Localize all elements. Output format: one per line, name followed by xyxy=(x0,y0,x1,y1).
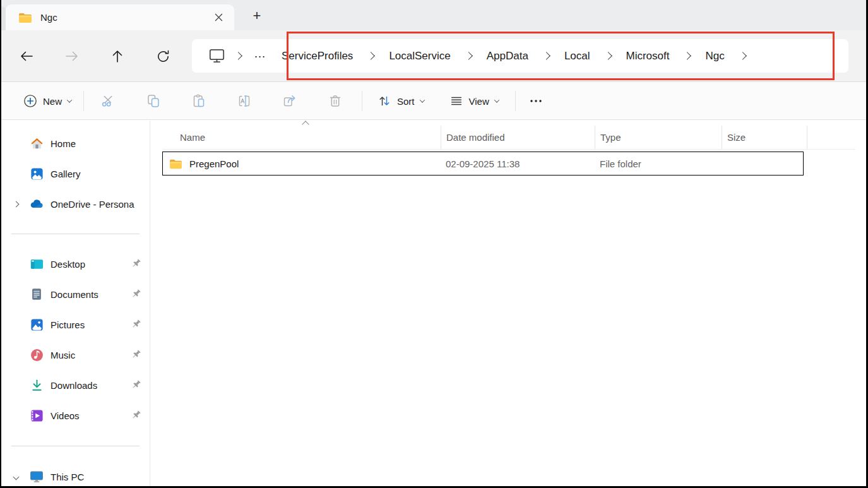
sidebar-divider xyxy=(11,446,140,446)
sidebar-item-label: Gallery xyxy=(51,169,81,179)
chevron-down-icon xyxy=(494,97,499,102)
downloads-icon xyxy=(29,378,44,393)
rename-button[interactable] xyxy=(232,88,257,114)
navigation-pane: Home Gallery OneD xyxy=(1,121,150,486)
pictures-icon xyxy=(29,317,44,332)
sidebar-item-onedrive[interactable]: OneDrive - Persona xyxy=(4,189,147,219)
tab-ngc[interactable]: Ngc xyxy=(6,4,234,30)
trash-icon xyxy=(328,93,343,109)
this-pc-monitor-icon[interactable] xyxy=(208,48,225,64)
chevron-down-icon[interactable] xyxy=(13,473,20,480)
sidebar-item-label: OneDrive - Persona xyxy=(51,199,134,210)
breadcrumb-separator-icon[interactable] xyxy=(465,52,473,60)
paste-button[interactable] xyxy=(186,88,211,114)
copy-button[interactable] xyxy=(141,88,166,114)
up-button[interactable] xyxy=(104,44,131,69)
breadcrumb-local[interactable]: Local xyxy=(556,45,599,68)
pin-icon xyxy=(130,379,142,391)
file-row-pregenpool[interactable]: PregenPool 02-09-2025 11:38 File folder xyxy=(162,152,804,176)
more-options-button[interactable] xyxy=(523,88,549,114)
breadcrumb-overflow-button[interactable]: … xyxy=(247,47,273,66)
breadcrumb-separator-icon[interactable] xyxy=(367,52,376,60)
arrow-right-icon xyxy=(64,49,80,64)
breadcrumb-ngc[interactable]: Ngc xyxy=(696,45,733,68)
sidebar-item-desktop[interactable]: Desktop xyxy=(4,249,147,279)
back-button[interactable] xyxy=(13,44,40,69)
delete-button[interactable] xyxy=(323,88,348,114)
this-pc-icon xyxy=(29,469,44,484)
sidebar-item-home[interactable]: Home xyxy=(4,128,147,158)
sort-ascending-caret-icon xyxy=(302,121,309,128)
pin-icon xyxy=(130,288,142,300)
breadcrumb-localservice[interactable]: LocalService xyxy=(380,45,459,68)
sidebar-item-label: Pictures xyxy=(51,319,85,330)
arrow-up-icon xyxy=(110,49,125,64)
onedrive-cloud-icon xyxy=(29,196,44,211)
sidebar-item-videos[interactable]: Videos xyxy=(4,400,147,431)
sidebar-item-music[interactable]: Music xyxy=(4,340,147,370)
tab-bar: Ngc + xyxy=(1,0,866,30)
cut-button[interactable] xyxy=(95,88,121,114)
file-type: File folder xyxy=(595,158,722,169)
sidebar-item-documents[interactable]: Documents xyxy=(4,279,147,309)
column-header-filler xyxy=(807,126,855,149)
breadcrumb-separator-icon[interactable] xyxy=(684,52,692,60)
column-header-size[interactable]: Size xyxy=(722,126,807,149)
sort-button-label: Sort xyxy=(397,96,415,107)
folder-icon xyxy=(169,158,182,169)
documents-icon xyxy=(29,287,44,302)
view-button-label: View xyxy=(469,96,489,107)
view-button[interactable]: View xyxy=(443,90,505,112)
clipboard-icon xyxy=(191,93,206,109)
desktop-icon xyxy=(29,256,44,271)
content-area: Home Gallery OneD xyxy=(1,121,866,486)
sidebar-item-label: Videos xyxy=(51,410,80,421)
home-icon xyxy=(29,136,44,151)
column-header-name[interactable]: Name xyxy=(163,126,441,149)
forward-button[interactable] xyxy=(58,44,86,69)
sidebar-item-this-pc[interactable]: This PC xyxy=(4,461,147,486)
new-button[interactable]: New xyxy=(16,90,78,112)
chevron-down-icon xyxy=(419,97,424,102)
sidebar-item-label: Desktop xyxy=(51,259,85,270)
chevron-right-icon[interactable] xyxy=(13,201,20,207)
toolbar-divider xyxy=(515,91,516,111)
copy-icon xyxy=(146,93,161,109)
pin-icon xyxy=(130,318,142,330)
file-date-modified: 02-09-2025 11:38 xyxy=(441,158,595,169)
new-tab-button[interactable]: + xyxy=(246,6,268,25)
share-button[interactable] xyxy=(277,88,302,114)
sidebar-item-label: Documents xyxy=(51,289,98,300)
file-name: PregenPool xyxy=(189,158,239,169)
breadcrumb-separator-icon[interactable] xyxy=(739,52,747,60)
pin-icon xyxy=(130,348,142,360)
view-list-icon xyxy=(449,94,463,108)
address-bar[interactable]: … ServiceProfiles LocalService AppData L… xyxy=(192,39,848,73)
column-header-type[interactable]: Type xyxy=(595,126,722,149)
breadcrumb-microsoft[interactable]: Microsoft xyxy=(617,45,679,68)
sort-button[interactable]: Sort xyxy=(371,90,431,112)
toolbar-divider xyxy=(83,91,84,111)
navigation-bar: … ServiceProfiles LocalService AppData L… xyxy=(1,30,866,82)
sidebar-item-label: Downloads xyxy=(51,380,97,391)
breadcrumb-separator-icon[interactable] xyxy=(604,52,612,60)
sort-arrows-icon xyxy=(378,94,391,108)
column-header-date-modified[interactable]: Date modified xyxy=(441,126,595,149)
command-toolbar: New xyxy=(1,83,866,120)
sidebar-item-label: This PC xyxy=(51,472,84,482)
breadcrumb-separator-icon[interactable] xyxy=(234,52,242,60)
sidebar-item-pictures[interactable]: Pictures xyxy=(4,309,147,340)
sidebar-item-downloads[interactable]: Downloads xyxy=(4,370,147,400)
sidebar-item-label: Home xyxy=(51,138,76,149)
scissors-icon xyxy=(100,93,116,109)
breadcrumb-serviceprofiles[interactable]: ServiceProfiles xyxy=(273,45,362,68)
three-dots-icon xyxy=(528,93,544,109)
new-button-label: New xyxy=(43,96,62,107)
breadcrumb-separator-icon[interactable] xyxy=(542,52,550,60)
breadcrumb-appdata[interactable]: AppData xyxy=(478,45,537,68)
music-icon xyxy=(29,347,44,362)
tab-close-button[interactable] xyxy=(209,8,228,27)
refresh-button[interactable] xyxy=(149,44,177,69)
sidebar-item-gallery[interactable]: Gallery xyxy=(4,158,147,189)
chevron-down-icon xyxy=(67,97,72,102)
